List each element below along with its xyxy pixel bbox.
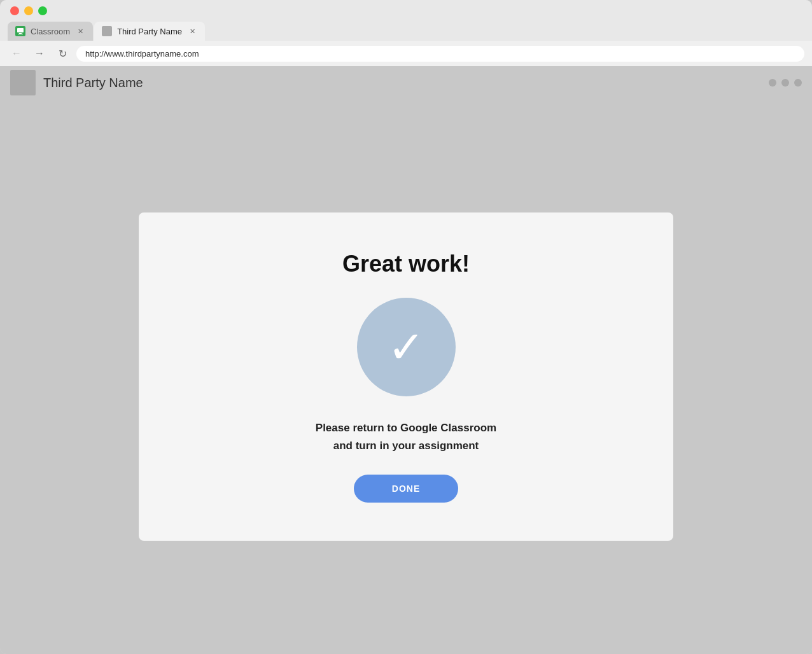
page-content: Great work! ✓ Please return to Google Cl… [0,99,812,654]
modal-message-line1: Please return to Google Classroom [316,422,496,434]
address-bar-input[interactable] [76,46,804,62]
refresh-icon: ↻ [59,48,67,60]
header-dot-1 [769,79,776,87]
tab-classroom-close[interactable]: ✕ [75,26,85,36]
forward-icon: → [34,48,45,59]
modal-heading: Great work! [342,251,470,277]
minimize-button[interactable] [24,6,33,15]
modal-message-line2: and turn in your assignment [333,440,479,452]
modal-card: Great work! ✓ Please return to Google Cl… [139,212,673,540]
site-logo [10,70,36,95]
back-icon: ← [11,48,22,59]
checkmark-circle: ✓ [357,298,456,396]
browser-window: Classroom ✕ Third Party Name ✕ ← → ↻ [0,0,812,654]
header-dot-3 [794,79,802,87]
site-header-dots [769,79,802,87]
forward-button[interactable]: → [31,45,48,62]
title-bar: Classroom ✕ Third Party Name ✕ [0,0,812,41]
svg-rect-4 [102,26,112,36]
site-header-left: Third Party Name [10,70,143,95]
maximize-button[interactable] [38,6,47,15]
traffic-lights [8,6,804,15]
modal-message: Please return to Google Classroom and tu… [316,419,496,454]
svg-rect-1 [17,28,24,32]
tab-third-party-close[interactable]: ✕ [187,26,197,36]
classroom-favicon-icon [15,26,25,36]
site-header-title: Third Party Name [43,76,143,90]
tab-third-party[interactable]: Third Party Name ✕ [94,22,205,41]
tab-third-party-label: Third Party Name [117,27,182,36]
header-dot-2 [781,79,789,87]
refresh-button[interactable]: ↻ [53,45,71,62]
svg-rect-3 [18,34,23,34]
tab-classroom[interactable]: Classroom ✕ [8,22,93,41]
site-header: Third Party Name [0,66,812,99]
tab-classroom-label: Classroom [31,27,70,36]
close-button[interactable] [10,6,19,15]
done-button[interactable]: DONE [354,475,458,503]
address-bar-row: ← → ↻ [0,41,812,66]
checkmark-icon: ✓ [388,325,425,370]
back-button[interactable]: ← [8,45,25,62]
tabs-row: Classroom ✕ Third Party Name ✕ [8,22,804,41]
third-party-favicon-icon [102,26,112,36]
